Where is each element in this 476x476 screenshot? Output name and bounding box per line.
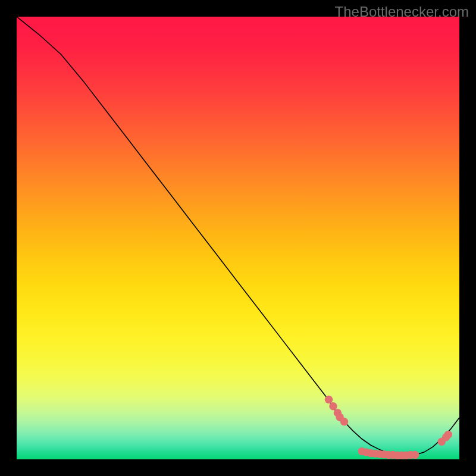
watermark-text: TheBottlenecker.com (335, 4, 469, 20)
chart-line (17, 17, 459, 455)
chart-overlay (17, 17, 459, 459)
chart-marker (329, 402, 337, 410)
chart-marker (325, 396, 333, 403)
chart-marker (444, 431, 452, 439)
chart-area (17, 17, 459, 459)
chart-marker (340, 418, 348, 425)
chart-marker (411, 451, 419, 459)
chart-markers (325, 396, 452, 459)
